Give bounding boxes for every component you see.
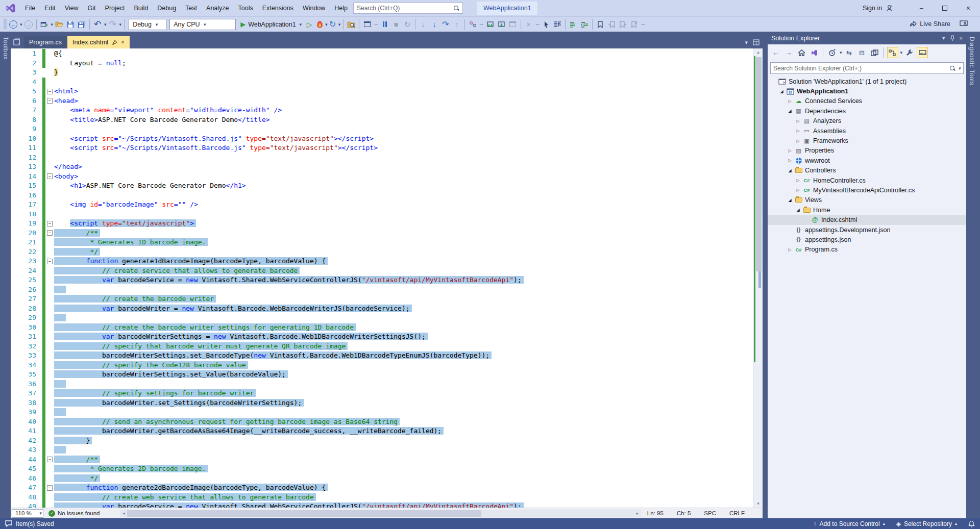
collapse-arrow-icon[interactable]: ◢ (786, 198, 794, 203)
clear-bookmarks-button[interactable] (629, 18, 639, 31)
code-line[interactable]: 4 (11, 78, 763, 87)
redo-dropdown-icon[interactable]: ▾ (119, 22, 122, 27)
fold-collapse-icon[interactable]: − (45, 455, 54, 465)
menu-analyze[interactable]: Analyze (202, 0, 233, 16)
filter-dropdown-icon[interactable]: ▾ (840, 50, 842, 55)
send-feedback-button[interactable] (960, 20, 968, 28)
live-share-button[interactable]: Live Share (909, 20, 950, 28)
step-over-button[interactable]: ↷ (440, 18, 451, 31)
switch-views-button[interactable] (808, 47, 820, 58)
delete-button[interactable]: × (524, 18, 534, 31)
open-file-button[interactable] (54, 18, 64, 31)
break-all-button[interactable] (380, 18, 390, 31)
solution-platforms-dropdown[interactable]: Any CPU ▾ (169, 19, 236, 30)
space-mode[interactable]: SPC (704, 510, 716, 516)
fold-collapse-icon[interactable]: − (45, 87, 54, 96)
line-ending-mode[interactable]: CRLF (729, 510, 745, 516)
code-line[interactable]: 22 */ (11, 247, 763, 257)
code-line[interactable]: 33 barcodeWriterSettings.set_BarcodeType… (11, 351, 763, 361)
select-pointer-button[interactable] (541, 18, 551, 31)
code-line[interactable]: 27 // create the barcode writer (11, 294, 763, 304)
fold-collapse-icon[interactable]: − (45, 483, 54, 493)
select-repository-button[interactable]: ◈ Select Repository ▴ (896, 520, 957, 527)
expand-arrow-icon[interactable]: ▷ (786, 99, 794, 104)
restart-dropdown-icon[interactable]: ▾ (338, 22, 341, 27)
new-project-button[interactable] (39, 18, 50, 31)
code-line[interactable]: 49 var barcodeService = new Vintasoft.Sh… (11, 502, 763, 508)
panel-options-icon[interactable]: ▾ (942, 35, 945, 41)
scroll-down-icon[interactable]: ▾ (753, 500, 763, 508)
pin-panel-icon[interactable] (950, 35, 955, 41)
code-line[interactable]: 44− /** (11, 455, 763, 465)
expand-arrow-icon[interactable]: ▷ (794, 188, 802, 192)
fold-collapse-icon[interactable]: − (45, 257, 54, 266)
close-button[interactable]: × (957, 0, 980, 16)
undo-button[interactable]: ↶ (92, 18, 103, 31)
tree-item-views[interactable]: ◢Views (768, 195, 966, 205)
scroll-up-icon[interactable]: ▴ (753, 48, 763, 56)
code-line[interactable]: 46 */ (11, 474, 763, 484)
next-bookmark-button[interactable] (618, 18, 628, 31)
menu-help[interactable]: Help (330, 0, 352, 16)
code-line[interactable]: 37 // specify settings for barcode write… (11, 389, 763, 398)
tree-item-myvintasoftbarcodeapicontroller-cs[interactable]: ▷C#MyVintasoftBarcodeApiController.cs (768, 185, 966, 195)
code-line[interactable]: 18 (11, 210, 763, 219)
run-target-dropdown-icon[interactable]: ▾ (299, 22, 302, 27)
code-line[interactable]: 8 <title>ASP.NET Core Barcode Generator … (11, 115, 763, 125)
expand-arrow-icon[interactable]: ▷ (786, 148, 794, 153)
sign-in-button[interactable]: Sign in (863, 0, 893, 16)
code-line[interactable]: 35 barcodeWriterSettings.set_Value(barco… (11, 370, 763, 380)
previous-bookmark-button[interactable] (606, 18, 617, 31)
new-item-dropdown-icon[interactable]: ▾ (51, 22, 54, 27)
expand-arrow-icon[interactable]: ▷ (786, 247, 794, 252)
code-line[interactable]: 45 * Generates 2D barcode image. (11, 464, 763, 474)
add-to-source-control-button[interactable]: ↑ Add to Source Control ▴ (814, 520, 885, 527)
comment-selection-button[interactable] (568, 18, 578, 31)
notifications-bell-icon[interactable] (968, 520, 975, 527)
code-line[interactable]: 43 (11, 445, 763, 455)
fold-collapse-icon[interactable]: − (45, 219, 54, 229)
browse-with-button[interactable] (346, 18, 356, 31)
track-active-item-toggle[interactable] (887, 47, 898, 58)
tree-item-home[interactable]: ◢Home (768, 205, 966, 215)
zoom-dropdown[interactable]: 110 % ▾ (12, 509, 43, 518)
hot-reload-button[interactable] (314, 18, 325, 31)
restart-application-button[interactable]: ↻ (328, 18, 338, 31)
performance-profiler-button[interactable] (508, 18, 518, 31)
scroll-left-icon[interactable]: ◂ (120, 510, 127, 517)
code-line[interactable]: 48 // create web service that allows to … (11, 493, 763, 502)
code-line[interactable]: 24 // create service that allows to gene… (11, 266, 763, 276)
start-without-debugging-button[interactable]: ▷ (304, 18, 314, 31)
menu-build[interactable]: Build (129, 0, 153, 16)
code-line[interactable]: 38 barcodeWriter.set_Settings(barcodeWri… (11, 398, 763, 408)
code-line[interactable]: 13</head> (11, 162, 763, 172)
menu-project[interactable]: Project (101, 0, 130, 16)
navigate-back-dropdown-icon[interactable]: ▾ (20, 22, 22, 27)
document-well-icon[interactable] (13, 38, 21, 46)
quick-search-box[interactable]: Search (Ctrl+Q) (353, 3, 463, 14)
uncomment-selection-button[interactable] (579, 18, 590, 31)
forward-button[interactable]: → (783, 47, 794, 58)
tree-item-dependencies[interactable]: ◢▦Dependencies (768, 106, 966, 116)
navigate-backward-button[interactable]: ← (8, 18, 18, 31)
menu-extensions[interactable]: Extensions (258, 0, 298, 16)
solution-search-input[interactable]: Search Solution Explorer (Ctrl+;) ▾ (770, 62, 964, 74)
tree-item-solution-webapplication1-1-of-1-project[interactable]: Solution 'WebApplication1' (1 of 1 proje… (768, 77, 966, 86)
properties-button[interactable] (904, 47, 915, 58)
sync-with-active-document-button[interactable]: ⇆ (844, 47, 855, 58)
expand-arrow-icon[interactable]: ▷ (794, 119, 802, 123)
tree-item-assemblies[interactable]: ▷▭Assemblies (768, 126, 966, 136)
hscrollbar-thumb[interactable] (127, 510, 481, 517)
code-line[interactable]: 19− <script type="text/javascript"> (11, 219, 763, 229)
fold-collapse-icon[interactable]: − (45, 172, 54, 182)
expand-arrow-icon[interactable]: ▷ (794, 139, 802, 143)
restart-debugging-button[interactable]: ↻ (402, 18, 412, 31)
code-line[interactable]: 12 (11, 153, 763, 163)
preview-selected-items-button[interactable] (869, 47, 880, 58)
collapse-arrow-icon[interactable]: ◢ (786, 109, 794, 113)
code-line[interactable]: 1@{ (11, 49, 763, 59)
toolbar-drag-handle[interactable] (4, 19, 7, 30)
stop-debugging-button[interactable]: ■ (391, 18, 401, 31)
tree-item-connected-services[interactable]: ▷☁Connected Services (768, 96, 966, 106)
code-line[interactable]: 23− function generate1dBarcodeImage(barc… (11, 257, 763, 266)
